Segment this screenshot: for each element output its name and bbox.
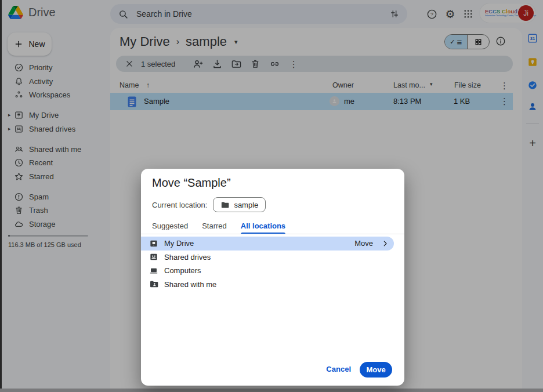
my-drive-icon [149,239,158,248]
cancel-button[interactable]: Cancel [326,365,351,373]
tab-label: All locations [241,222,285,230]
row-move-action[interactable]: Move [354,239,373,248]
tabs-divider [141,234,404,234]
current-location-label: Current location: [152,201,207,209]
dialog-tabs: Suggested Starred All locations [152,217,285,234]
chevron-right-icon[interactable] [381,239,389,248]
shared-drives-icon [149,252,158,262]
location-row-shared-with-me[interactable]: Shared with me [141,278,404,292]
current-location-row: Current location: sample [152,197,266,212]
current-location-folder-name: sample [234,201,258,209]
location-row-my-drive[interactable]: My Drive Move [141,237,394,251]
location-list: My Drive Move Shared drives Computers Sh… [141,237,404,291]
location-row-shared-drives[interactable]: Shared drives [141,251,404,264]
location-row-computers[interactable]: Computers [141,264,404,278]
location-label: Computers [164,266,201,275]
tab-suggested[interactable]: Suggested [152,217,188,234]
folder-icon [220,201,229,209]
location-label: My Drive [164,239,194,248]
folder-shared-icon [149,280,158,289]
tab-starred[interactable]: Starred [202,217,227,234]
tab-label: Suggested [152,222,188,230]
tab-label: Starred [202,222,227,230]
laptop-icon [149,266,158,275]
dialog-title: Move “Sample” [152,176,231,190]
current-location-chip[interactable]: sample [213,197,266,212]
move-dialog: Move “Sample” Current location: sample S… [141,169,404,386]
location-label: Shared with me [164,280,216,289]
move-button[interactable]: Move [360,362,392,378]
location-label: Shared drives [164,253,211,262]
tab-all-locations[interactable]: All locations [241,217,285,234]
